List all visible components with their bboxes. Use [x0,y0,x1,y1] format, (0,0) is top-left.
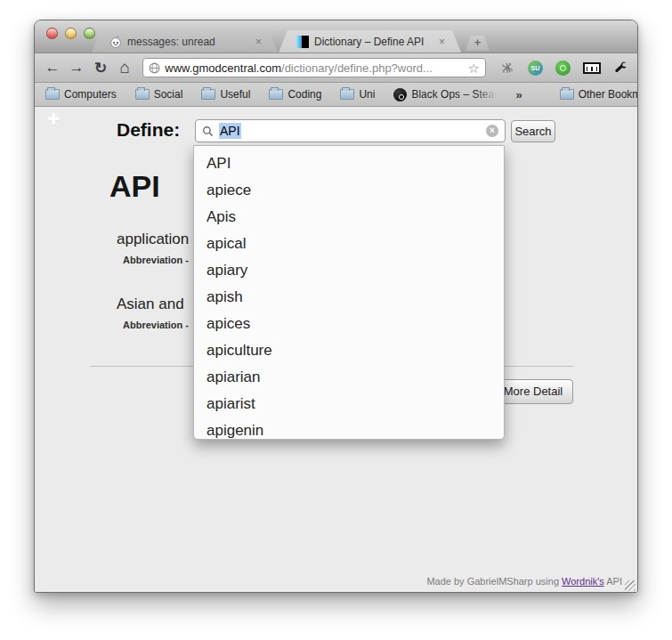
wordnik-link[interactable]: Wordnik's [562,576,604,587]
tab-dictionary-define-api[interactable]: Dictionary – Define API × [279,30,461,53]
clear-input-icon[interactable]: × [486,125,498,137]
bookmark-folder-coding[interactable]: Coding [269,89,321,100]
extension-icons: SU [499,61,628,76]
folder-icon [340,89,354,100]
ruler-icon[interactable] [583,62,601,74]
bookmarks-bar: Computers Social Useful Coding Uni Black… [35,83,637,107]
define-label: Define: [117,119,180,141]
suggestion-item[interactable]: apigenin [194,417,504,440]
forward-button[interactable]: → [68,59,85,77]
zoom-window-button[interactable] [84,28,95,39]
browser-window: messages: unread × Dictionary – Define A… [34,20,638,593]
page-title: API [109,169,160,204]
browser-toolbar: ← → ↻ ⌂ www.gmodcentral.com/dictionary/d… [35,53,637,83]
define-search-input[interactable]: API × [195,119,506,142]
bookmark-folder-useful[interactable]: Useful [201,89,250,100]
more-detail-button[interactable]: More Detail [493,379,573,404]
bookmark-black-ops-steam[interactable]: Black Ops – Steam Us [393,88,497,101]
suggestion-item[interactable]: API [194,150,504,177]
url-domain: www.gmodcentral.com [165,61,281,75]
close-window-button[interactable] [46,28,58,39]
close-tab-icon[interactable]: × [255,36,262,47]
suggestion-item[interactable]: Apis [194,204,504,231]
bookmark-folder-uni[interactable]: Uni [340,89,375,100]
minimize-window-button[interactable] [65,28,77,39]
search-button[interactable]: Search [511,120,555,142]
definition-entry-label: Abbreviation - [123,320,189,330]
folder-icon [560,89,574,100]
address-bar[interactable]: www.gmodcentral.com/dictionary/define.ph… [142,58,486,77]
new-tab-button[interactable]: + [466,36,490,51]
back-button[interactable]: ← [44,59,61,77]
home-button[interactable]: ⌂ [116,58,134,77]
footer-credit: Made by GabrielMSharp using Wordnik's AP… [426,576,622,587]
suggestion-item[interactable]: apices [194,311,504,337]
search-input-value: API [219,124,481,138]
page-content: + Define: API × Search API application A… [35,107,637,593]
traffic-lights [46,28,95,39]
tab-title: Dictionary – Define API [314,36,433,48]
folder-icon [45,89,60,100]
reddit-icon [109,36,122,48]
reload-button[interactable]: ↻ [92,59,109,77]
autocomplete-dropdown: API apiece Apis apical apiary apish apic… [193,145,505,440]
definition-entry-label: Abbreviation - [123,255,189,265]
tab-title: messages: unread [127,36,250,48]
folder-icon [269,89,283,100]
bookmark-star-icon[interactable]: ☆ [468,61,480,75]
green-extension-icon[interactable] [555,61,571,76]
resize-grip[interactable] [625,580,636,591]
suggestion-item[interactable]: apiarist [194,391,504,417]
stumbleupon-icon[interactable]: SU [528,61,543,76]
bookmarks-overflow-chevron[interactable]: » [515,88,522,101]
folder-icon [135,89,150,100]
url-text: www.gmodcentral.com/dictionary/define.ph… [165,61,463,75]
suggestion-item[interactable]: apiculture [194,337,504,364]
steam-icon [393,88,407,101]
definition-entry-text: Asian and [117,296,184,313]
folder-icon [201,89,215,100]
sparkles-extension-icon[interactable] [499,61,515,75]
definition-entry-text: application [117,231,189,248]
other-bookmarks-folder[interactable]: Other Bookmarks [560,89,638,100]
suggestion-item[interactable]: apiece [194,177,504,204]
search-icon [202,126,214,137]
suggestion-item[interactable]: apish [194,284,504,311]
dictionary-favicon [296,36,309,48]
url-path: /dictionary/define.php?word... [281,61,433,75]
globe-icon [149,62,160,74]
suggestion-item[interactable]: apiary [194,257,504,284]
tab-messages-unread[interactable]: messages: unread × [92,30,278,53]
bookmark-folder-computers[interactable]: Computers [45,89,117,100]
suggestion-item[interactable]: apiarian [194,364,504,391]
wrench-menu-icon[interactable] [613,61,628,76]
close-tab-icon[interactable]: × [439,36,445,47]
plus-overlay-icon[interactable]: + [43,108,64,129]
window-titlebar[interactable]: messages: unread × Dictionary – Define A… [35,20,637,53]
bookmark-folder-social[interactable]: Social [135,89,183,100]
suggestion-item[interactable]: apical [194,231,504,257]
